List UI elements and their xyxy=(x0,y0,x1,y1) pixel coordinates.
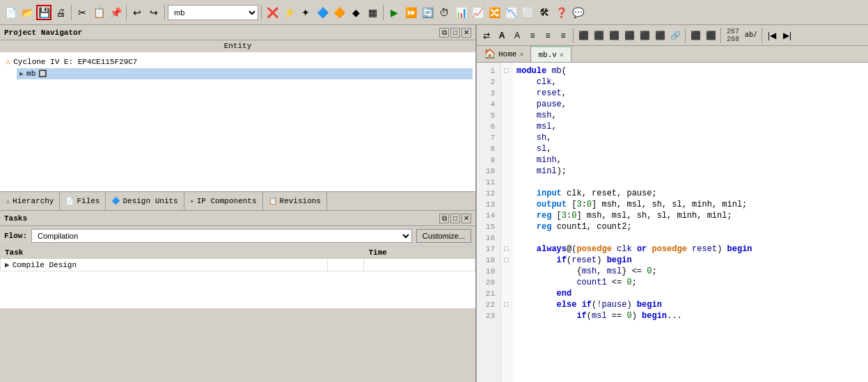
tb-btn5[interactable]: 🔶 xyxy=(331,5,347,20)
tb-btn14[interactable]: 📉 xyxy=(503,5,519,20)
tb-btn7[interactable]: ▦ xyxy=(365,5,380,20)
ed-btn10[interactable]: ⬛ xyxy=(622,29,636,42)
ed-btn8[interactable]: ⬛ xyxy=(592,29,606,42)
tree-area: ⚠ Cyclone IV E: EP4CE115F29C7 ▶ mb 🔲 xyxy=(0,52,475,191)
tb-btn1[interactable]: ❌ xyxy=(265,5,280,20)
fold-19 xyxy=(501,266,512,277)
abbrev-display: ab/ xyxy=(743,31,759,39)
fold-3 xyxy=(501,88,512,99)
ed-btn14[interactable]: ⬛ xyxy=(688,29,702,42)
copy-button[interactable]: 📋 xyxy=(91,5,106,20)
home-tab-close-btn[interactable]: ✕ xyxy=(519,50,523,58)
ed-btn7[interactable]: ⬛ xyxy=(576,29,590,42)
tab-design-units[interactable]: 🔷 Design Units xyxy=(106,192,184,210)
ip-components-icon: ✦ xyxy=(190,197,194,205)
ed-btn15[interactable]: ⬛ xyxy=(704,29,718,42)
entity-label: Entity xyxy=(0,40,475,52)
fold-17[interactable]: □ xyxy=(501,244,512,255)
expand-arrow-icon[interactable]: ▶ xyxy=(5,260,10,269)
fold-9 xyxy=(501,154,512,166)
fold-1[interactable]: □ xyxy=(501,65,512,77)
ed-sep3 xyxy=(720,28,721,43)
max-button[interactable]: □ xyxy=(450,28,460,38)
tree-arrow-icon: ▶ xyxy=(19,70,24,78)
fold-22[interactable]: □ xyxy=(501,299,512,310)
tb-btn3[interactable]: ✦ xyxy=(298,5,313,20)
fold-4 xyxy=(501,99,512,110)
hierarchy-icon: ⚠ xyxy=(6,197,10,205)
tab-revisions[interactable]: 📋 Revisions xyxy=(263,192,327,210)
fold-23 xyxy=(501,310,512,321)
left-panel: Project Navigator ⧉ □ ✕ Entity ⚠ Cyclone… xyxy=(0,25,477,382)
code-content[interactable]: module mb( clk, reset, pause, msh, msl, … xyxy=(512,63,868,382)
ed-btn2[interactable]: A xyxy=(495,29,509,42)
new-button[interactable]: 📄 xyxy=(3,5,18,20)
header-buttons: ⧉ □ ✕ xyxy=(439,28,471,38)
float-button[interactable]: ⧉ xyxy=(439,28,449,38)
tb-btn16[interactable]: 🛠 xyxy=(537,5,552,20)
tb-btn4[interactable]: 🔷 xyxy=(315,5,330,20)
tab-file[interactable]: mb.v ✕ xyxy=(531,46,571,62)
tb-btn9[interactable]: 🔄 xyxy=(420,5,435,20)
undo-button[interactable]: ↩ xyxy=(129,5,145,20)
tb-btn17[interactable]: ❓ xyxy=(553,5,569,20)
tab-ip-components[interactable]: ✦ IP Components xyxy=(184,192,263,210)
ed-btn11[interactable]: ⬛ xyxy=(638,29,652,42)
tb-btn8[interactable]: ⏩ xyxy=(403,5,418,20)
cut-button[interactable]: ✂ xyxy=(74,5,90,20)
file-tab-close-btn[interactable]: ✕ xyxy=(560,51,564,59)
tb-btn2[interactable]: ⚡ xyxy=(281,5,297,20)
warn-icon: ⚠ xyxy=(6,56,10,67)
tb-btn6[interactable]: ◆ xyxy=(348,5,363,20)
ed-btn9[interactable]: ⬛ xyxy=(607,29,621,42)
tasks-max-button[interactable]: □ xyxy=(450,214,460,223)
ed-sep2 xyxy=(685,28,686,43)
ed-btn13[interactable]: 🔗 xyxy=(668,29,682,42)
fold-21 xyxy=(501,288,512,299)
nav-tab-bar: ⚠ Hierarchy 📄 Files 🔷 Design Units ✦ IP … xyxy=(0,191,475,211)
print-button[interactable]: 🖨 xyxy=(53,5,68,20)
fold-10 xyxy=(501,166,512,177)
customize-button[interactable]: Customize... xyxy=(416,229,471,243)
paste-button[interactable]: 📌 xyxy=(108,5,123,20)
tasks-close-button[interactable]: ✕ xyxy=(461,214,471,223)
ed-btn6[interactable]: ≡ xyxy=(556,29,570,42)
task-status-cell xyxy=(327,259,364,271)
tree-root-item[interactable]: ⚠ Cyclone IV E: EP4CE115F29C7 xyxy=(3,55,473,68)
ed-btn4[interactable]: ≡ xyxy=(526,29,539,42)
tree-child-item[interactable]: ▶ mb 🔲 xyxy=(17,68,473,79)
fold-20 xyxy=(501,277,512,288)
open-button[interactable]: 📂 xyxy=(19,5,35,20)
fold-14 xyxy=(501,210,512,221)
ed-btn3[interactable]: A xyxy=(510,29,524,42)
main-toolbar: 📄 📂 💾 🖨 ✂ 📋 📌 ↩ ↪ mb ❌ ⚡ ✦ 🔷 🔶 ◆ ▦ ▶ ⏩ 🔄… xyxy=(0,0,868,25)
project-combo[interactable]: mb xyxy=(168,5,258,20)
redo-button[interactable]: ↪ xyxy=(146,5,161,20)
fold-8 xyxy=(501,143,512,154)
ed-btn5[interactable]: ≡ xyxy=(541,29,555,42)
tb-btn11[interactable]: 📊 xyxy=(453,5,468,20)
tb-btn18[interactable]: 💬 xyxy=(570,5,585,20)
tb-btn13[interactable]: 🔀 xyxy=(487,5,502,20)
tb-btn12[interactable]: 📈 xyxy=(470,5,485,20)
tab-files[interactable]: 📄 Files xyxy=(60,192,106,210)
save-button[interactable]: 💾 xyxy=(36,5,52,20)
code-area[interactable]: 12345 678910 1112131415 1617181920 21222… xyxy=(477,63,868,382)
tab-home[interactable]: 🏠 Home ✕ xyxy=(477,46,531,62)
sep4 xyxy=(261,5,262,20)
ed-btn17[interactable]: ▶| xyxy=(780,29,794,42)
fold-5 xyxy=(501,110,512,121)
tb-btn10[interactable]: ⏱ xyxy=(436,5,452,20)
tab-design-units-label: Design Units xyxy=(123,197,177,205)
tasks-float-button[interactable]: ⧉ xyxy=(439,214,449,223)
tb-btn15[interactable]: ⬜ xyxy=(520,5,535,20)
flow-combo[interactable]: Compilation xyxy=(31,229,412,243)
close-panel-button[interactable]: ✕ xyxy=(461,28,471,38)
main-layout: Project Navigator ⧉ □ ✕ Entity ⚠ Cyclone… xyxy=(0,25,868,382)
ed-btn16[interactable]: |◀ xyxy=(765,29,779,42)
fold-18[interactable]: □ xyxy=(501,255,512,266)
ed-btn12[interactable]: ⬛ xyxy=(653,29,667,42)
tab-hierarchy[interactable]: ⚠ Hierarchy xyxy=(0,192,60,210)
run-button[interactable]: ▶ xyxy=(386,5,402,20)
ed-btn1[interactable]: ⇄ xyxy=(480,29,494,42)
